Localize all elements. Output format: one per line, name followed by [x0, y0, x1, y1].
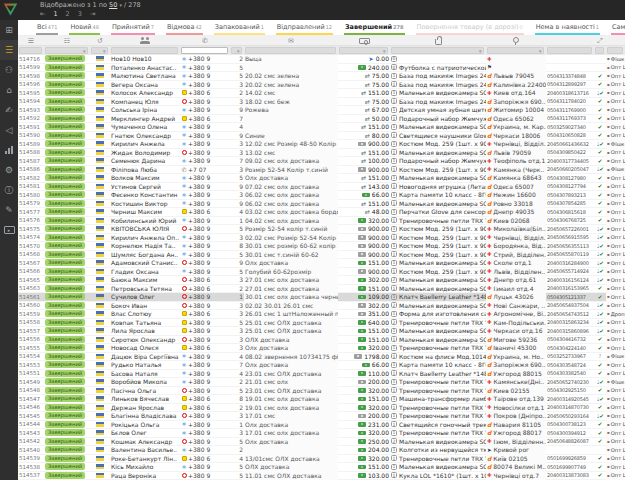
client-phone[interactable]: +380 9: [180, 412, 230, 421]
product[interactable]: 1Маленькая видеокамера SQ8 *..: [390, 123, 486, 132]
order-tag[interactable]: ▪Опт L: [606, 191, 625, 200]
product[interactable]: 1Костюм Мод. 259 (1шт. x 900.00..: [390, 250, 486, 259]
order-tag[interactable]: ▪Опт L: [606, 233, 625, 242]
delivery-city[interactable]: ✚Теофіполь отд.1: [486, 157, 546, 166]
client-name[interactable]: Чумаченко Олена: [110, 123, 180, 132]
client-name[interactable]: Волков Максим: [110, 174, 180, 183]
client-phone[interactable]: +380 6: [180, 89, 230, 98]
order-status[interactable]: Завершений: [44, 131, 90, 140]
delivery-city[interactable]: dЗапоріжжя 690..: [486, 97, 546, 106]
client-phone[interactable]: ✳+380 9: [180, 463, 230, 472]
order-status[interactable]: Завершений: [44, 267, 90, 276]
ttn-number[interactable]: 0504308127794: [546, 182, 594, 191]
filter-source[interactable]: ▾: [90, 47, 110, 54]
order-comment[interactable]: Голубий 60-62розмір: [244, 267, 338, 276]
orders-list-icon[interactable]: ☰: [0, 40, 18, 60]
products-icon[interactable]: ✍: [0, 100, 18, 120]
product[interactable]: 1Маленькая видеокамера SQ8 *..: [390, 327, 486, 336]
ttn-number[interactable]: 20450655714924: [546, 267, 594, 276]
filter-product[interactable]: ▾: [390, 47, 486, 54]
client-name[interactable]: Кирилич Анжела: [110, 140, 180, 149]
ttn-number[interactable]: 20400316153965: [546, 284, 594, 293]
client-phone[interactable]: +380 9: [180, 301, 230, 310]
order-status[interactable]: Завершений: [44, 106, 90, 115]
product[interactable]: 1Колготки из нервущейся ткани..: [390, 446, 486, 455]
ttn-number[interactable]: 0504307854285: [546, 199, 594, 208]
ttn-number[interactable]: 0504304224140: [546, 344, 594, 353]
ttn-number[interactable]: [546, 55, 594, 63]
client-phone[interactable]: ✳+380 9: [180, 106, 230, 115]
order-id[interactable]: 514549: [18, 378, 44, 387]
client-phone[interactable]: ✳+380 9: [180, 63, 230, 72]
client-phone[interactable]: ✳+380 9: [180, 446, 230, 455]
client-phone[interactable]: +380 6: [180, 454, 230, 463]
filter-payment[interactable]: ▾: [338, 47, 390, 54]
delivery-city[interactable]: dКалинівка 22400: [486, 80, 546, 89]
order-status[interactable]: Завершений: [44, 352, 90, 361]
order-id[interactable]: 514599: [18, 63, 44, 72]
ttn-number[interactable]: 0504307893213: [546, 191, 594, 200]
delivery-city[interactable]: dНежин 16600: [486, 191, 546, 200]
tab-Всі[interactable]: Всі471: [36, 20, 58, 35]
col-tags[interactable]: [606, 36, 625, 45]
client-name[interactable]: Новосад Олеся: [110, 344, 180, 353]
client-name[interactable]: Жидак Володимир: [110, 148, 180, 157]
filter-tags[interactable]: [606, 47, 625, 54]
product[interactable]: 2Маленькая видеокамера SQ8 *..: [390, 301, 486, 310]
delivery-city[interactable]: dЛьвыв 79045: [486, 72, 546, 81]
delivery-city[interactable]: dКиїв 02105: [486, 454, 546, 463]
delivery-city[interactable]: dДнепр 49035: [486, 208, 546, 217]
order-id[interactable]: 514548: [18, 386, 44, 395]
order-comment[interactable]: 11.01 смс ОЛХ доставка: [244, 471, 338, 480]
tab-Запакований[interactable]: Запакований1: [214, 20, 265, 35]
order-status[interactable]: Завершений: [44, 165, 90, 174]
stats-icon[interactable]: [0, 140, 18, 160]
ttn-number[interactable]: 0504300394912: [546, 429, 594, 438]
client-name[interactable]: Дацюк Віра Сергіївна: [110, 352, 180, 361]
client-phone[interactable]: ✳+380 9: [180, 352, 230, 361]
order-id[interactable]: 514598: [18, 72, 44, 81]
order-id[interactable]: 514581: [18, 182, 44, 191]
ttn-number[interactable]: [546, 446, 594, 455]
order-tag[interactable]: ▪Опт L: [606, 327, 625, 336]
order-comment[interactable]: 09.02 смс олх доставка: [244, 157, 338, 166]
product[interactable]: 1Светящийся гоночный трек Ма..: [390, 420, 486, 429]
delivery-city[interactable]: ✚Львів, Відділен..: [486, 267, 546, 276]
order-tag[interactable]: ▪Опт L: [606, 293, 625, 302]
per-page-caret-icon[interactable]: ▾: [119, 2, 122, 8]
delivery-city[interactable]: dКиев 02068: [486, 216, 546, 225]
delivery-city[interactable]: dЛуцьк 43026: [486, 293, 546, 302]
tab-Новий[interactable]: Новий48: [69, 20, 100, 35]
order-comment[interactable]: 19.01 смс олх доставка: [244, 403, 338, 412]
order-id[interactable]: 514570: [18, 242, 44, 251]
order-tag[interactable]: ▪Опт L: [606, 471, 625, 480]
order-id[interactable]: 514594: [18, 97, 44, 106]
product[interactable]: 1База под макияж Images 24 Car..: [390, 80, 486, 89]
ttn-number[interactable]: 0504311769373: [546, 114, 594, 123]
product[interactable]: 0Футболка с патриотической на..: [390, 63, 486, 72]
tab-Завершений[interactable]: Завершений278: [344, 20, 405, 35]
order-status[interactable]: Завершений: [44, 412, 90, 421]
client-name[interactable]: Раца Вероніка: [110, 471, 180, 480]
order-status[interactable]: Завершений: [44, 395, 90, 404]
ttn-number[interactable]: 0504302925150: [546, 386, 594, 395]
client-name[interactable]: Кобилинський Юрий: [110, 216, 180, 225]
tab-Відмова[interactable]: Відмова42: [166, 20, 203, 35]
order-comment[interactable]: 23.01 смс ОЛХ доставка: [244, 369, 338, 378]
order-row-514537[interactable]: 514537ЗавершенийРаца Вероніка+380 9511.0…: [18, 472, 625, 480]
order-id[interactable]: 514580: [18, 191, 44, 200]
delivery-city[interactable]: dКиев 02155: [486, 386, 546, 395]
order-tag[interactable]: ▪Опт L: [606, 259, 625, 268]
order-status[interactable]: Завершений: [44, 327, 90, 336]
ttn-number[interactable]: 0504313374848: [546, 72, 594, 81]
ttn-number[interactable]: 20450660205047: [546, 165, 594, 174]
money-icon[interactable]: [338, 36, 390, 45]
product[interactable]: 1Перчатки Glove для сенсорных..: [390, 208, 486, 217]
order-id[interactable]: 514568: [18, 250, 44, 259]
order-status[interactable]: Завершений: [44, 344, 90, 353]
ttn-number[interactable]: 0504310650828: [546, 131, 594, 140]
product[interactable]: 1Детская умная зубная щетка на..: [390, 106, 486, 115]
order-id[interactable]: 514595: [18, 89, 44, 98]
product[interactable]: 1Маленькая видеокамера SQ8 *..: [390, 89, 486, 98]
ttn-number[interactable]: 0504303382540: [546, 369, 594, 378]
